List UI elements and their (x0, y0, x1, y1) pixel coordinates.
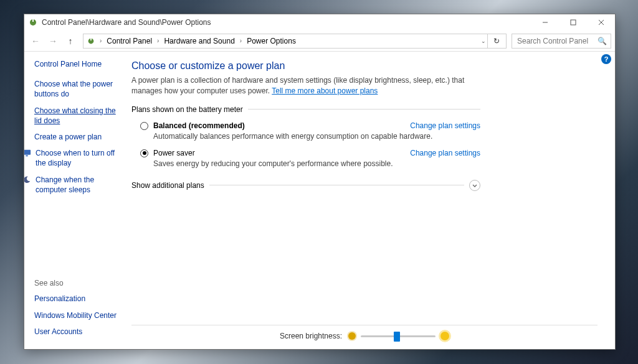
sidebar: Control Panel Home Choose what the power… (24, 52, 131, 349)
content: Choose or customize a power plan A power… (131, 52, 615, 349)
help-icon[interactable]: ? (601, 54, 611, 64)
sidebar-link-turn-off-display[interactable]: Choose when to turn off the display (36, 148, 125, 168)
moon-icon (24, 175, 32, 185)
see-also-personalization[interactable]: Personalization (34, 294, 125, 304)
plan-power-saver: Power saver Change plan settings Saves e… (131, 147, 480, 175)
see-also-header: See also (34, 279, 125, 287)
maximize-button[interactable] (559, 14, 587, 30)
page-title: Choose or customize a power plan (131, 60, 480, 72)
titlebar: Control Panel\Hardware and Sound\Power O… (24, 14, 615, 30)
svg-rect-8 (24, 150, 31, 155)
chevron-right-icon: › (155, 37, 161, 44)
plan-power-saver-change-link[interactable]: Change plan settings (410, 149, 480, 157)
brightness-slider-wrap (348, 332, 449, 340)
divider (248, 109, 480, 110)
plan-balanced: Balanced (recommended) Change plan setti… (131, 120, 480, 147)
plans-section-header: Plans shown on the battery meter (131, 105, 480, 115)
divider (209, 185, 464, 185)
breadcrumb-item[interactable]: Power Options (245, 37, 297, 45)
sidebar-link-computer-sleeps[interactable]: Change when the computer sleeps (36, 175, 125, 195)
breadcrumb-item[interactable]: Hardware and Sound (163, 37, 236, 45)
plan-power-saver-radio[interactable] (140, 149, 148, 157)
monitor-icon (24, 148, 32, 158)
nav-up-button[interactable]: ↑ (63, 34, 78, 49)
brightness-label: Screen brightness: (280, 332, 342, 340)
sidebar-link-create-plan[interactable]: Create a power plan (34, 132, 125, 142)
chevron-right-icon: › (97, 37, 104, 44)
nav-forward-button[interactable]: → (45, 34, 60, 49)
search-icon: 🔍 (598, 37, 607, 45)
additional-plans-label: Show additional plans (131, 181, 204, 190)
refresh-button[interactable]: ↻ (487, 34, 501, 48)
plan-power-saver-desc: Saves energy by reducing your computer's… (153, 159, 480, 169)
brightness-low-icon (348, 332, 356, 340)
search-box[interactable]: 🔍 (512, 34, 611, 49)
tell-me-more-link[interactable]: Tell me more about power plans (272, 86, 378, 95)
brightness-bar: Screen brightness: (131, 325, 598, 344)
plans-section-label: Plans shown on the battery meter (131, 105, 243, 114)
body: ? Control Panel Home Choose what the pow… (24, 52, 615, 349)
plan-balanced-desc: Automatically balances performance with … (153, 131, 480, 141)
plan-balanced-radio[interactable] (140, 122, 148, 130)
slider-thumb[interactable] (394, 332, 400, 342)
see-also-user-accounts[interactable]: User Accounts (34, 327, 125, 337)
minimize-button[interactable] (531, 14, 559, 30)
svg-rect-7 (90, 37, 92, 40)
plan-balanced-name[interactable]: Balanced (recommended) (153, 121, 245, 130)
chevron-right-icon: › (237, 37, 244, 44)
additional-plans-header[interactable]: Show additional plans (131, 180, 480, 192)
brightness-high-icon (440, 332, 449, 340)
nav-back-button[interactable]: ← (28, 34, 43, 49)
close-button[interactable] (587, 14, 615, 30)
plan-power-saver-name[interactable]: Power saver (153, 149, 195, 157)
power-options-icon (28, 17, 38, 27)
breadcrumb-item[interactable]: Control Panel (105, 37, 153, 45)
expand-button[interactable] (469, 180, 480, 191)
svg-rect-3 (571, 20, 576, 25)
page-description: A power plan is a collection of hardware… (131, 75, 480, 96)
search-input[interactable] (516, 36, 591, 46)
brightness-slider[interactable] (361, 332, 436, 340)
control-panel-window: Control Panel\Hardware and Sound\Power O… (24, 14, 616, 350)
breadcrumb[interactable]: › Control Panel › Hardware and Sound › P… (83, 34, 507, 49)
power-options-icon (86, 36, 96, 46)
sidebar-home-link[interactable]: Control Panel Home (34, 59, 125, 69)
svg-rect-1 (32, 19, 34, 22)
svg-rect-9 (26, 156, 28, 157)
sidebar-link-power-buttons[interactable]: Choose what the power buttons do (34, 79, 125, 99)
sidebar-link-closing-lid[interactable]: Choose what closing the lid does (34, 106, 125, 126)
breadcrumb-dropdown-button[interactable]: ⌄ (480, 38, 486, 44)
plan-balanced-change-link[interactable]: Change plan settings (410, 121, 480, 130)
see-also-mobility-center[interactable]: Windows Mobility Center (34, 310, 125, 320)
window-title: Control Panel\Hardware and Sound\Power O… (42, 18, 531, 27)
window-controls (531, 14, 615, 30)
navbar: ← → ↑ › Control Panel › Hardware and Sou… (24, 30, 615, 52)
